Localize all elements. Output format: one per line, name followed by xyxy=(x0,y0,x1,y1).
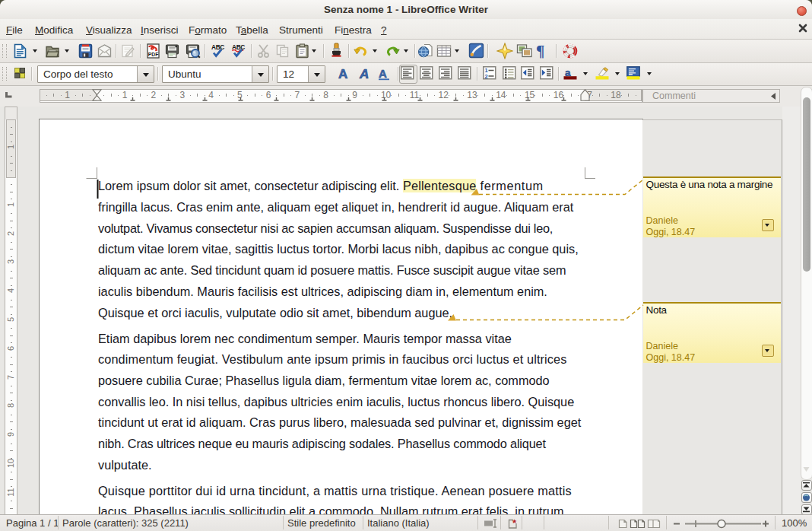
svg-text:ABC: ABC xyxy=(211,43,224,51)
svg-text:A: A xyxy=(379,67,387,80)
svg-text:¶: ¶ xyxy=(536,43,544,59)
svg-text:PDF: PDF xyxy=(148,52,159,57)
svg-text:A: A xyxy=(338,67,347,81)
svg-text:A: A xyxy=(359,67,369,81)
svg-text:2: 2 xyxy=(485,73,488,80)
